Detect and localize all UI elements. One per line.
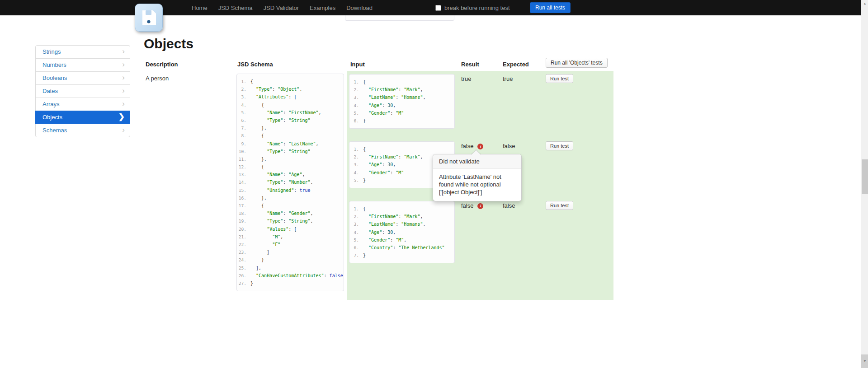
line-number: 16.	[237, 194, 250, 202]
code-line: 11. },	[237, 155, 344, 163]
scroll-up-arrow-icon[interactable]: ▲	[861, 0, 868, 7]
result-value: false	[461, 143, 473, 149]
scroll-down-arrow-icon[interactable]: ▼	[861, 354, 868, 368]
run-all-tests-button[interactable]: Run all tests	[530, 2, 571, 13]
line-number: 1.	[237, 78, 250, 85]
line-number: 2.	[237, 85, 250, 93]
chevron-right-icon: ›	[122, 98, 125, 110]
code-line: 15. "Unsigned": true	[237, 186, 344, 194]
chevron-right-icon: ›	[122, 58, 125, 71]
run-test-button[interactable]: Run test	[546, 74, 573, 83]
line-number: 7.	[349, 252, 363, 259]
input-code-block: 1.{2. "FirstName": "Mark",3. "LastName":…	[349, 201, 455, 263]
line-number: 6.	[349, 117, 363, 125]
sidebar-item-schemas[interactable]: Schemas ›	[35, 124, 130, 137]
error-info-badge[interactable]: i	[477, 203, 483, 209]
column-header-result: Result	[461, 61, 479, 68]
result-value: true	[461, 75, 471, 82]
code-line: 8. {	[237, 132, 344, 140]
column-header-schema: JSD Schema	[237, 61, 273, 68]
line-number: 5.	[237, 109, 250, 116]
error-info-badge[interactable]: i	[477, 144, 483, 149]
line-number: 9.	[237, 140, 250, 148]
line-number: 11.	[237, 155, 250, 163]
line-number: 4.	[349, 228, 363, 236]
line-number: 1.	[349, 78, 363, 86]
run-test-button[interactable]: Run test	[546, 201, 573, 210]
run-test-button[interactable]: Run test	[546, 141, 573, 150]
line-number: 2.	[349, 153, 363, 161]
column-header-description: Description	[146, 61, 178, 68]
line-number: 2.	[349, 213, 363, 220]
line-number: 2.	[349, 86, 363, 93]
line-number: 21.	[237, 233, 250, 241]
line-number: 15.	[237, 186, 250, 194]
code-line: 26. "CanHaveCustomAttributes": false	[237, 272, 344, 279]
navbar-controls: break before running test	[435, 0, 510, 15]
line-number: 3.	[237, 93, 250, 101]
sidebar-item-numbers[interactable]: Numbers ›	[35, 58, 130, 72]
nav-item-jsd-schema[interactable]: JSD Schema	[213, 5, 258, 11]
code-line: 25. ],	[237, 264, 344, 272]
nav-item-examples[interactable]: Examples	[304, 5, 341, 11]
sidebar-item-label: Strings	[42, 48, 61, 55]
code-line: 6.}	[349, 117, 454, 125]
code-line: 5. "Gender": "M"	[349, 109, 454, 117]
line-number: 23.	[237, 248, 250, 256]
nav-item-home[interactable]: Home	[186, 5, 213, 11]
sidebar-item-arrays[interactable]: Arrays ›	[35, 98, 130, 111]
line-number: 13.	[237, 171, 250, 178]
code-line: 5. "Gender": "M",	[349, 236, 454, 244]
code-line: 13. "Name": "Age",	[237, 171, 344, 178]
break-before-test-label: break before running test	[444, 5, 510, 11]
sidebar-item-label: Arrays	[42, 101, 60, 107]
code-line: 14. "Type": "Number",	[237, 178, 344, 186]
code-line: 7. },	[237, 124, 344, 132]
code-line: 4. "Age": 30,	[349, 102, 454, 109]
input-code-block: 1.{2. "FirstName": "Mark",3. "LastName":…	[349, 74, 455, 129]
site-logo[interactable]	[135, 4, 163, 32]
code-line: 17. {	[237, 202, 344, 210]
break-before-test-checkbox[interactable]	[435, 5, 441, 11]
result-cell: truei	[461, 75, 471, 82]
code-line: 1.{	[349, 205, 454, 213]
line-number: 5.	[349, 236, 363, 244]
line-number: 3.	[349, 93, 363, 101]
chevron-right-icon: ›	[122, 71, 125, 84]
popover-message: Attribute 'LastName' not found while not…	[433, 169, 521, 201]
code-line: 18. "Name": "Gender",	[237, 210, 344, 217]
scrollbar-thumb[interactable]	[862, 159, 868, 194]
line-number: 22.	[237, 241, 250, 248]
scrollbar[interactable]: ▲ ▼	[861, 0, 868, 368]
code-line: 4. "Age": 30,	[349, 228, 454, 236]
code-line: 3. "LastName": "Homans",	[349, 220, 454, 228]
line-number: 4.	[349, 169, 363, 177]
sidebar-item-label: Objects	[42, 114, 62, 121]
chevron-right-icon: ›	[122, 84, 125, 97]
code-line: 22. "F"	[237, 241, 344, 248]
code-line: 6. "Country": "The Netherlands"	[349, 244, 454, 252]
line-number: 20.	[237, 225, 250, 233]
sidebar-item-booleans[interactable]: Booleans ›	[35, 71, 130, 85]
result-cell: falsei	[461, 202, 483, 209]
nav-item-jsd-validator[interactable]: JSD Validator	[258, 5, 305, 11]
sidebar-item-label: Numbers	[42, 61, 66, 68]
sidebar-item-label: Booleans	[42, 75, 67, 81]
run-group-tests-button[interactable]: Run all 'Objects' tests	[546, 58, 608, 68]
line-number: 6.	[237, 116, 250, 124]
code-line: 7.}	[349, 252, 454, 259]
expected-value: false	[503, 143, 515, 149]
line-number: 10.	[237, 148, 250, 155]
page-title: Objects	[144, 36, 193, 51]
line-number: 1.	[349, 145, 363, 153]
code-line: 3. "Attributes": [	[237, 93, 344, 101]
navbar-menu: Home JSD Schema JSD Validator Examples D…	[186, 0, 378, 15]
nav-item-download[interactable]: Download	[341, 5, 378, 11]
line-number: 7.	[237, 124, 250, 132]
sidebar-item-strings[interactable]: Strings ›	[35, 45, 130, 59]
sidebar-nav: Strings › Numbers › Booleans › Dates › A…	[35, 45, 130, 137]
validation-popover: Did not validate Attribute 'LastName' no…	[433, 154, 522, 201]
sidebar-item-objects[interactable]: Objects ❯	[35, 111, 130, 124]
code-line: 19. "Type": "String",	[237, 217, 344, 225]
sidebar-item-dates[interactable]: Dates ›	[35, 84, 130, 98]
